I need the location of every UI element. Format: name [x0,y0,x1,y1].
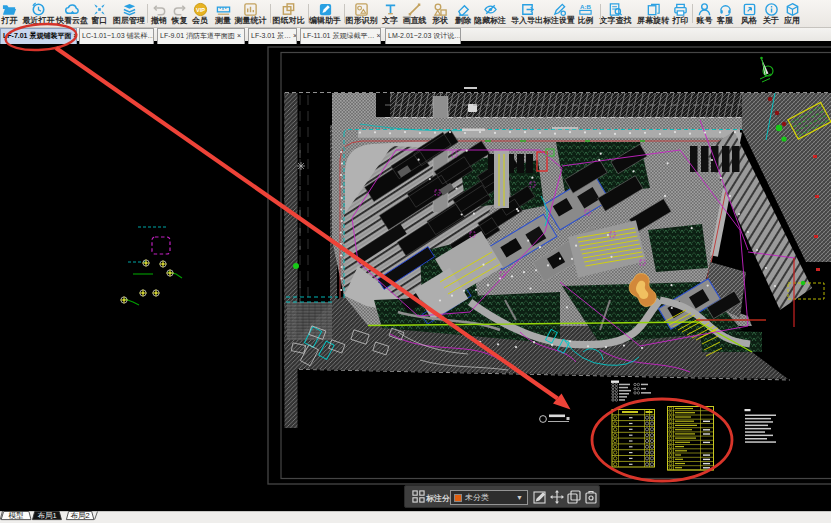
svg-text:布局1: 布局1 [37,511,56,520]
svg-text:布局2: 布局2 [70,511,89,520]
svg-text:模型: 模型 [9,511,25,520]
svg-text:A:B: A:B [580,3,591,10]
